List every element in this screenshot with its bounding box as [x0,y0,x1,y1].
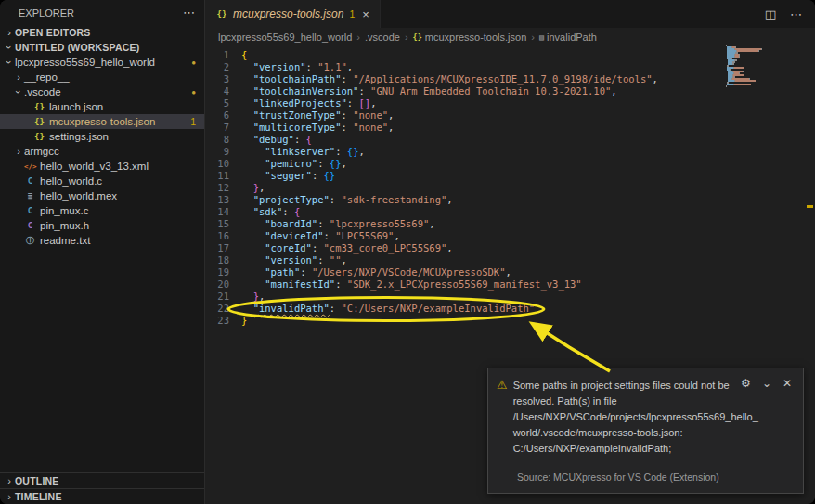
code-token: "multicoreType" [253,122,342,133]
code-line-19: 19 "path": "/Users/NXP/VSCode/MCUXpresso… [205,266,815,278]
code-token: "" [330,254,342,265]
code-token: , [446,194,452,205]
line-number: 11 [205,170,229,182]
code-line-11: 11 "segger": {} [205,170,815,182]
code-token: "manifestId" [265,278,335,290]
code-token [241,194,253,205]
vscode-window: EXPLORER ⋯ › OPEN EDITORS › UNTITLED (WO… [0,0,815,504]
notification-message-line: /Users/NXP/VSCode/projects/lpcxpresso55s… [513,409,758,425]
workspace-section[interactable]: › UNTITLED (WORKSPACE) [0,40,204,55]
code-token [241,97,253,109]
tree-file-hello_world.c[interactable]: Chello_world.c [0,174,204,188]
tree-file-mcuxpresso-tools.json[interactable]: {}mcuxpresso-tools.json1 [0,114,204,129]
tree-item-label: hello_world.c [40,175,102,187]
tree-file-pin_mux.c[interactable]: Cpin_mux.c [0,203,204,218]
json-file-icon: {} [33,102,45,111]
chevron-down-icon[interactable]: ⌄ [762,377,771,390]
code-token [241,266,265,278]
tree-file-readme.txt[interactable]: ⓘreadme.txt [0,233,204,248]
chevron-right-icon: › [13,71,24,83]
breadcrumb-item-lpcxpresso55s69_hello_world[interactable]: lpcxpresso55s69_hello_world [218,32,352,43]
line-number: 12 [205,182,229,194]
editor-more-icon[interactable]: ⋯ [790,7,802,21]
chevron-down-icon: › [4,42,15,53]
notification-message-line: resolved. Path(s) in file [513,394,758,409]
code-token: [] [358,97,370,109]
property-symbol-icon: ▤ [539,32,544,42]
tree-item-label: readme.txt [40,235,90,246]
code-token: : [312,170,324,181]
modified-dot-badge: ● [191,88,196,97]
tree-file-hello_world_v3_13.xml[interactable]: </>hello_world_v3_13.xml [0,159,204,174]
close-icon[interactable]: ✕ [783,377,792,390]
tree-item-label: mcuxpresso-tools.json [49,116,155,127]
tree-folder-armgcc[interactable]: ›armgcc [0,144,204,159]
code-token: : [312,242,324,253]
tree-folder-__repo__[interactable]: ›__repo__ [0,70,204,84]
tree-item-label: settings.json [49,131,109,142]
code-line-2: 2 "version": "1.1", [205,61,815,73]
problems-count-badge: 1 [190,116,196,127]
code-token: , [446,242,452,253]
code-token: : [335,278,347,290]
code-token: : [335,146,347,157]
split-editor-icon[interactable]: ◫ [765,7,776,21]
tree-folder-.vscode[interactable]: ›.vscode● [0,84,204,99]
tree-file-pin_mux.h[interactable]: Cpin_mux.h [0,218,204,233]
breadcrumb: lpcxpresso55s69_hello_world›.vscode›{}mc… [205,28,815,46]
json-file-icon: {} [33,132,45,141]
tree-file-launch.json[interactable]: {}launch.json [0,99,204,114]
tab-problems-badge: 1 [349,8,355,19]
close-icon[interactable]: × [362,7,369,21]
open-editors-section[interactable]: › OPEN EDITORS [0,25,204,40]
mex-file-icon: ≣ [24,191,36,200]
warning-notification-toast: ⚙ ⌄ ✕ ⚠ Some paths in project settings f… [487,368,804,494]
code-token: "toolchainPath" [253,73,342,84]
breadcrumb-item-.vscode[interactable]: .vscode [365,32,400,43]
code-token: : [341,73,353,84]
code-line-8: 8 "debug": { [205,134,815,146]
code-token [241,122,253,133]
breadcrumb-label: .vscode [365,32,400,43]
code-line-3: 3 "toolchainPath": "/Applications/MCUXpr… [205,73,815,85]
chevron-right-icon: › [4,27,15,38]
json-file-icon: {} [215,9,228,19]
tab-bar: {} mcuxpresso-tools.json 1 × ◫ ⋯ [205,0,815,29]
gear-icon[interactable]: ⚙ [741,377,751,390]
tree-folder-lpcxpresso55s69_hello_world[interactable]: ›lpcxpresso55s69_hello_world● [0,55,204,70]
code-token: "/Applications/MCUXpressoIDE_11.7.0_9198… [353,73,652,84]
code-token [241,110,253,121]
code-token: "version" [253,61,306,72]
explorer-title: EXPLORER [19,7,74,19]
line-number: 10 [205,158,229,170]
minimap[interactable] [726,45,780,87]
line-number: 22 [205,303,229,315]
explorer-more-icon[interactable]: ⋯ [183,6,195,19]
code-line-6: 6 "trustZoneType": "none", [205,110,815,122]
code-token: "LPC55S69" [335,230,394,241]
code-token: : [358,85,370,97]
tree-file-hello_world.mex[interactable]: ≣hello_world.mex [0,188,204,203]
code-token: "invalidPath" [253,303,330,314]
tree-file-settings.json[interactable]: {}settings.json [0,129,204,144]
tree-item-label: pin_mux.h [40,220,89,231]
timeline-section[interactable]: › TIMELINE [0,488,204,504]
open-editors-label: OPEN EDITORS [15,27,91,38]
modified-dot-badge: ● [191,58,196,67]
tree-item-label: lpcxpresso55s69_hello_world [15,57,155,68]
code-token: "none" [353,110,388,121]
breadcrumb-item-mcuxpresso-tools.json[interactable]: {}mcuxpresso-tools.json [413,32,527,43]
editor-actions: ◫ ⋯ [765,0,815,28]
outline-section[interactable]: › OUTLINE [0,472,204,488]
tab-mcuxpresso-tools-json[interactable]: {} mcuxpresso-tools.json 1 × [205,0,381,28]
code-token [241,158,265,169]
code-token: , [259,182,265,193]
timeline-label: TIMELINE [15,491,62,502]
breadcrumb-item-invalidPath[interactable]: ▤invalidPath [539,32,597,43]
code-token: "projectType" [253,194,330,205]
explorer-sidebar: EXPLORER ⋯ › OPEN EDITORS › UNTITLED (WO… [0,0,205,504]
code-token: "GNU Arm Embedded Toolchain 10.3-2021.10… [370,85,611,97]
line-number: 9 [205,146,229,158]
code-token: , [653,73,658,84]
code-token: "boardId" [265,218,317,229]
